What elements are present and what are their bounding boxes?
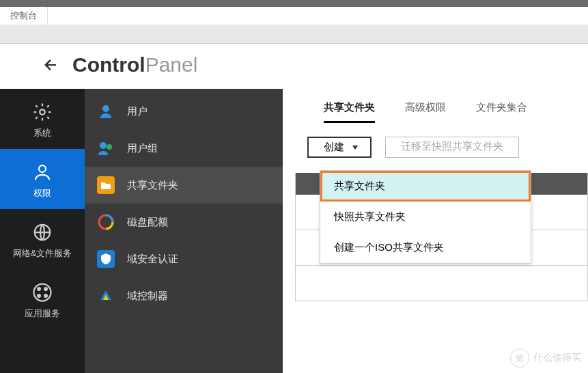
sidebar-item-usergroup[interactable]: 用户组	[85, 130, 283, 167]
gear-icon	[0, 98, 85, 126]
tabs: 共享文件夹 高级权限 文件夹集合	[283, 89, 588, 123]
table: 共享文件夹 快照共享文件夹 创建一个ISO共享文件夹	[295, 173, 588, 301]
svg-point-0	[40, 109, 45, 115]
person-icon	[0, 158, 85, 186]
sidebar-item-domainsecurity[interactable]: 域安全认证	[85, 240, 283, 277]
users-icon	[97, 139, 115, 157]
chevron-down-icon	[352, 146, 358, 150]
tab-folderset[interactable]: 文件夹集合	[476, 101, 527, 123]
svg-point-9	[100, 142, 107, 149]
quota-icon	[97, 213, 115, 231]
tab-sharedfolder[interactable]: 共享文件夹	[324, 101, 375, 123]
sidebar-secondary-label: 域控制器	[127, 290, 168, 303]
back-arrow-icon[interactable]	[42, 57, 59, 73]
watermark-text: 什么值得买	[533, 352, 581, 364]
svg-point-5	[44, 288, 47, 290]
sidebar-secondary-label: 磁盘配额	[127, 216, 168, 229]
svg-point-8	[102, 105, 109, 112]
sidebar-secondary: 用户 用户组 共享文件夹 磁盘配额 域安全认证	[85, 89, 283, 373]
sidebar-item-network[interactable]: 网络&文件服务	[0, 209, 85, 269]
dropdown-option-shared[interactable]: 共享文件夹	[320, 171, 531, 202]
sidebar-primary: 系统 权限 网络&文件服务 应用服务	[0, 89, 85, 373]
dropdown-option-snapshot[interactable]: 快照共享文件夹	[320, 202, 531, 232]
title-thin: Panel	[145, 53, 198, 76]
migrate-button[interactable]: 迁移至快照共享文件夹	[385, 137, 519, 158]
folder-icon	[97, 176, 115, 194]
sidebar-item-domaincontroller[interactable]: 域控制器	[85, 277, 283, 314]
sidebar-item-apps[interactable]: 应用服务	[0, 269, 85, 329]
tab-advanced[interactable]: 高级权限	[405, 101, 446, 123]
sidebar-item-user[interactable]: 用户	[85, 93, 283, 130]
console-label-bar: 控制台	[0, 7, 588, 25]
sidebar-secondary-label: 用户组	[127, 142, 158, 155]
sidebar-label: 网络&文件服务	[0, 247, 85, 260]
shield-icon	[97, 250, 115, 268]
page-title: ControlPanel	[72, 53, 197, 77]
globe-icon	[0, 219, 85, 246]
watermark-badge: 值	[510, 348, 529, 368]
svg-point-3	[34, 284, 51, 301]
domain-icon	[97, 287, 115, 305]
user-icon	[97, 102, 115, 120]
sidebar-item-permissions[interactable]: 权限	[0, 149, 85, 209]
title-bold: Control	[72, 53, 145, 76]
create-button[interactable]: 创建	[307, 137, 372, 158]
content-area: 共享文件夹 高级权限 文件夹集合 创建 迁移至快照共享文件夹 共享文件夹 快照共…	[283, 89, 588, 373]
create-button-label: 创建	[324, 141, 344, 154]
svg-point-4	[38, 288, 40, 290]
sidebar-item-quota[interactable]: 磁盘配额	[85, 204, 283, 240]
svg-point-7	[44, 294, 47, 297]
watermark: 值 什么值得买	[510, 348, 581, 368]
header: ControlPanel	[0, 44, 588, 89]
svg-point-6	[38, 294, 40, 297]
table-row	[295, 266, 588, 301]
sidebar-secondary-label: 用户	[127, 105, 148, 118]
svg-point-1	[39, 165, 46, 172]
console-label: 控制台	[0, 7, 48, 25]
sidebar-label: 系统	[0, 127, 85, 139]
dropdown-option-iso[interactable]: 创建一个ISO共享文件夹	[320, 232, 531, 263]
sidebar-label: 权限	[0, 187, 85, 199]
svg-point-10	[107, 144, 112, 150]
toolbar: 创建 迁移至快照共享文件夹	[283, 123, 588, 165]
sidebar-item-sharedfolder[interactable]: 共享文件夹	[85, 167, 283, 204]
sidebar-secondary-label: 共享文件夹	[127, 179, 178, 192]
grid-icon	[0, 279, 85, 306]
sidebar-label: 应用服务	[0, 307, 85, 320]
sidebar-item-system[interactable]: 系统	[0, 89, 85, 149]
window-topbar	[0, 0, 588, 7]
gray-strip	[0, 25, 588, 44]
create-dropdown: 共享文件夹 快照共享文件夹 创建一个ISO共享文件夹	[320, 170, 531, 264]
sidebar-secondary-label: 域安全认证	[127, 253, 178, 266]
